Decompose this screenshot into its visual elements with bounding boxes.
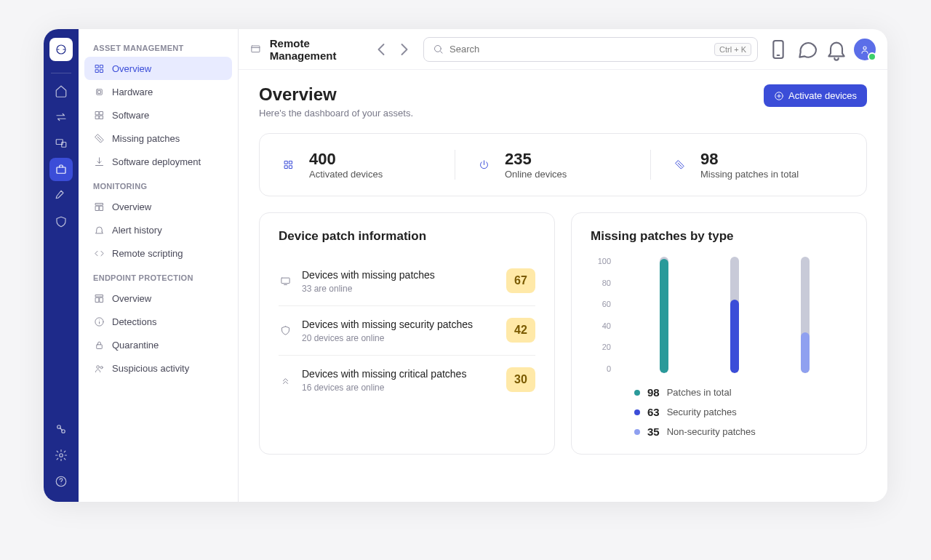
sidebar-item-label: Overview — [112, 201, 151, 212]
svg-rect-10 — [95, 69, 98, 72]
svg-rect-33 — [284, 161, 287, 164]
nav-forward-button[interactable] — [394, 39, 415, 60]
avatar[interactable] — [854, 39, 876, 60]
sidebar-item-overview[interactable]: Overview — [84, 57, 232, 80]
rail-link-icon[interactable] — [49, 417, 73, 441]
bell-icon — [93, 224, 105, 236]
svg-rect-14 — [95, 111, 98, 114]
stat-online-devices: 235Online devices — [455, 150, 650, 180]
rail-devices-icon[interactable] — [49, 132, 73, 155]
legend-dot — [634, 409, 640, 415]
sidebar-item-label: Overview — [112, 63, 151, 74]
patch-icon — [671, 157, 687, 173]
search-input[interactable]: Ctrl + K — [423, 37, 758, 62]
rail-swap-icon[interactable] — [49, 105, 73, 129]
sidebar-item-label: Detections — [112, 316, 156, 327]
rail-settings-icon[interactable] — [49, 444, 73, 467]
legend-item: 98Patches in total — [634, 386, 847, 399]
grid-icon — [93, 63, 105, 74]
stat-activated-devices: 400Activated devices — [280, 150, 455, 180]
stat-value: 400 — [309, 150, 383, 169]
stat-label: Activated devices — [309, 169, 383, 180]
chart-area: 100806040200 — [591, 257, 847, 373]
sidebar-item-software-deployment[interactable]: Software deployment — [84, 150, 232, 173]
sidebar-item-quarantine[interactable]: Quarantine — [84, 333, 232, 356]
dashboard-icon — [93, 292, 105, 304]
svg-rect-16 — [95, 116, 98, 119]
sidebar-item-label: Quarantine — [112, 340, 159, 351]
chart-legend: 98Patches in total63Security patches35No… — [591, 386, 847, 438]
svg-rect-20 — [100, 206, 103, 210]
legend-value: 63 — [647, 406, 660, 418]
bell-icon[interactable] — [825, 38, 848, 61]
chart-panel-title: Missing patches by type — [591, 229, 847, 244]
svg-rect-34 — [289, 161, 292, 164]
sidebar-item-label: Software — [112, 110, 149, 121]
sidebar-item-software[interactable]: Software — [84, 103, 232, 127]
rail-ticket-icon[interactable] — [49, 184, 73, 207]
download-icon — [93, 156, 105, 167]
sidebar-item-overview[interactable]: Overview — [84, 195, 232, 218]
missing-patches-chart-panel: Missing patches by type 100806040200 98P… — [571, 212, 867, 455]
rail-briefcase-icon[interactable] — [49, 158, 73, 181]
stat-missing-patches-in-total: 98Missing patches in total — [650, 150, 846, 180]
patch-row-title: Devices with missing security patches — [302, 318, 496, 332]
chart-bar — [730, 257, 739, 373]
patch-row-title: Devices with missing patches — [302, 268, 496, 282]
chevrons-icon — [279, 373, 292, 386]
svg-rect-36 — [289, 166, 292, 169]
svg-rect-25 — [96, 344, 102, 348]
legend-dot — [634, 429, 640, 435]
stat-label: Missing patches in total — [700, 169, 799, 180]
sidebar-item-hardware[interactable]: Hardware — [84, 80, 232, 103]
stat-value: 235 — [505, 150, 567, 169]
chart-bar — [801, 257, 810, 373]
svg-rect-3 — [57, 167, 65, 173]
rail-help-icon[interactable] — [49, 470, 73, 493]
sidebar-item-overview[interactable]: Overview — [84, 287, 232, 310]
sidebar-item-missing-patches[interactable]: Missing patches — [84, 127, 232, 150]
patch-row: Devices with missing critical patches16 … — [279, 355, 535, 404]
svg-rect-13 — [97, 90, 100, 93]
sidebar-item-detections[interactable]: Detections — [84, 310, 232, 333]
sidebar-item-alert-history[interactable]: Alert history — [84, 218, 232, 241]
stats-card: 400Activated devices235Online devices98M… — [259, 133, 867, 196]
nav-back-button[interactable] — [371, 39, 391, 60]
patch-row-title: Devices with missing critical patches — [302, 367, 496, 381]
grid-icon — [280, 157, 296, 173]
patch-row-sub: 20 devices are online — [302, 333, 496, 343]
search-shortcut: Ctrl + K — [714, 43, 751, 56]
svg-point-27 — [100, 366, 103, 368]
sidebar-item-suspicious-activity[interactable]: Suspicious activity — [84, 356, 232, 380]
code-icon — [93, 247, 105, 259]
patch-badge: 42 — [506, 318, 535, 343]
legend-value: 35 — [647, 425, 660, 438]
dashboard-icon — [93, 201, 105, 212]
power-icon — [476, 157, 492, 173]
rail-shield-icon[interactable] — [49, 210, 73, 233]
legend-label: Security patches — [667, 407, 737, 417]
patch-badge: 67 — [506, 268, 535, 293]
topbar: Remote Management Ctrl + K — [239, 29, 887, 70]
svg-rect-18 — [95, 203, 103, 205]
app-logo[interactable] — [49, 38, 73, 61]
chat-icon[interactable] — [796, 38, 819, 61]
search-field[interactable] — [449, 44, 708, 55]
svg-rect-37 — [281, 278, 289, 284]
device-icon[interactable] — [767, 38, 790, 61]
patch-icon — [93, 132, 105, 144]
sidebar-item-remote-scripting[interactable]: Remote scripting — [84, 241, 232, 265]
rail-home-icon[interactable] — [49, 79, 73, 103]
y-tick: 40 — [591, 321, 611, 330]
patch-row: Devices with missing patches33 are onlin… — [279, 257, 535, 305]
sidebar-item-label: Suspicious activity — [112, 363, 189, 374]
patch-row-sub: 16 devices are online — [302, 383, 496, 393]
cpu-icon — [93, 86, 105, 97]
legend-dot — [634, 390, 640, 396]
svg-point-26 — [96, 365, 99, 368]
activate-devices-button[interactable]: Activate devices — [764, 84, 867, 107]
page-title: Overview — [259, 84, 413, 105]
shield-icon — [279, 324, 292, 337]
svg-rect-28 — [252, 46, 260, 52]
svg-rect-9 — [100, 65, 103, 68]
